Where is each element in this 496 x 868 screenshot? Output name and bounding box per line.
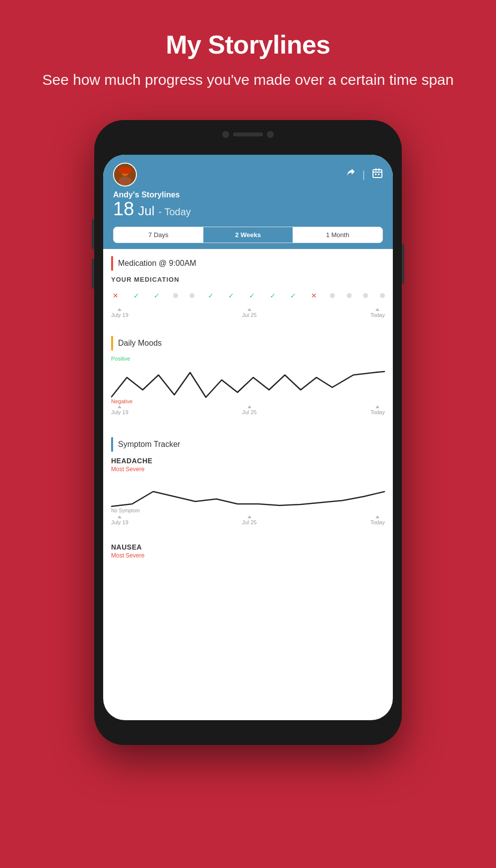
symptom-title: Symptom Tracker — [118, 440, 180, 449]
scrollable-content: Medication @ 9:00AM YOUR MEDICATION ✕ ✓ … — [103, 249, 393, 720]
mood-label-jul25-text: Jul 25 — [242, 409, 256, 415]
medication-card: Medication @ 9:00AM YOUR MEDICATION ✕ ✓ … — [103, 249, 393, 325]
medication-section-label: YOUR MEDICATION — [111, 276, 385, 283]
date-today: - Today — [159, 206, 191, 218]
med-dot-12 — [330, 293, 335, 298]
page-title: My Storylines — [40, 30, 456, 60]
mood-label-july19: July 19 — [111, 405, 128, 415]
user-name: Andy's Storylines — [113, 190, 383, 199]
headache-label-july19: July 19 — [111, 515, 128, 525]
camera-lens — [222, 131, 229, 138]
moods-title: Daily Moods — [118, 339, 162, 348]
headache-arrow-july19 — [118, 515, 122, 518]
phone-mockup: | A — [94, 120, 402, 745]
app-screen: | A — [103, 155, 393, 720]
mood-arrow-jul25 — [248, 405, 251, 408]
moods-card: Daily Moods Positive Negative July 19 — [103, 329, 393, 426]
med-dot-15 — [380, 293, 385, 298]
mood-label-today-text: Today — [371, 409, 385, 415]
svg-point-2 — [119, 177, 131, 186]
label-jul25: Jul 25 — [242, 308, 256, 318]
svg-rect-5 — [375, 168, 376, 171]
phone-screen: | A — [103, 155, 393, 720]
med-dot-1: ✕ — [111, 291, 120, 300]
med-dot-2: ✓ — [132, 291, 141, 300]
moods-card-header: Daily Moods — [111, 336, 385, 351]
user-info: Andy's Storylines 18 Jul - Today — [113, 190, 383, 223]
time-tabs: 7 Days 2 Weeks 1 Month — [113, 227, 383, 243]
headache-name: HEADACHE — [111, 457, 385, 465]
arrow-jul25 — [248, 308, 251, 311]
medication-indicator — [111, 256, 113, 271]
date-month: Jul — [138, 203, 154, 219]
user-date: 18 Jul - Today — [113, 199, 383, 219]
headache-svg — [111, 477, 385, 511]
app-header-top: | — [113, 163, 383, 186]
arrow-july19 — [118, 308, 122, 311]
headache-chart: No Symptom July 19 Jul 25 — [111, 477, 385, 521]
date-day: 18 — [113, 199, 134, 218]
mood-label-today: Today — [371, 405, 385, 415]
med-dot-14 — [363, 293, 368, 298]
tab-2weeks[interactable]: 2 Weeks — [203, 227, 293, 243]
svg-rect-6 — [378, 168, 379, 171]
tab-7days[interactable]: 7 Days — [114, 227, 203, 243]
speaker — [233, 132, 263, 136]
headache-label-today: Today — [371, 515, 385, 525]
mood-svg — [111, 363, 385, 407]
mood-positive-label: Positive — [111, 356, 130, 362]
symptom-indicator — [111, 437, 113, 452]
medication-chart-labels: July 19 Jul 25 Today — [111, 306, 385, 318]
med-dot-6: ✓ — [206, 291, 215, 300]
label-july19-text: July 19 — [111, 312, 128, 318]
mood-label-jul25: Jul 25 — [242, 405, 256, 415]
medication-card-header: Medication @ 9:00AM — [111, 256, 385, 271]
share-icon[interactable] — [345, 168, 356, 182]
avatar[interactable] — [113, 163, 137, 186]
headache-severity: Most Severe — [111, 466, 385, 473]
med-dot-10: ✓ — [289, 291, 298, 300]
headache-no-symptom: No Symptom — [111, 508, 140, 513]
calendar-icon[interactable] — [372, 168, 383, 182]
nausea-section: NAUSEA Most Severe — [103, 536, 393, 566]
headache-label-jul25: Jul 25 — [242, 515, 256, 525]
symptom-card: Symptom Tracker HEADACHE Most Severe No … — [103, 430, 393, 532]
label-jul25-text: Jul 25 — [242, 312, 256, 318]
med-dot-3: ✓ — [152, 291, 161, 300]
avatar-image — [114, 164, 136, 186]
label-today: Today — [371, 308, 385, 318]
mood-label-july19-text: July 19 — [111, 409, 128, 415]
svg-rect-4 — [373, 170, 382, 178]
med-dot-13 — [347, 293, 352, 298]
camera-area — [222, 131, 274, 138]
headache-label-jul25-text: Jul 25 — [242, 519, 256, 525]
medication-dots: ✕ ✓ ✓ ✓ ✓ ✓ ✓ ✓ ✕ — [111, 289, 385, 302]
app-header: | A — [103, 155, 393, 249]
mood-chart: Positive Negative July 19 — [111, 356, 385, 415]
svg-rect-7 — [375, 174, 376, 175]
header-divider: | — [363, 169, 365, 181]
med-dot-9: ✓ — [268, 291, 277, 300]
arrow-today — [375, 308, 379, 311]
med-dot-7: ✓ — [227, 291, 236, 300]
nausea-severity: Most Severe — [111, 552, 385, 559]
side-button-2 — [92, 259, 94, 289]
label-today-text: Today — [371, 312, 385, 318]
page-subtitle: See how much progress you've made over a… — [40, 69, 456, 90]
medication-title: Medication @ 9:00AM — [118, 259, 196, 268]
mood-arrow-today — [375, 405, 379, 408]
med-dot-11: ✕ — [310, 291, 318, 300]
med-dot-8: ✓ — [248, 291, 256, 300]
mood-arrow-july19 — [118, 405, 122, 408]
nausea-name: NAUSEA — [111, 543, 385, 551]
tab-1month[interactable]: 1 Month — [293, 227, 382, 243]
moods-indicator — [111, 336, 113, 351]
headache-label-july19-text: July 19 — [111, 519, 128, 525]
camera-lens-2 — [267, 131, 274, 138]
side-button-right — [402, 244, 404, 284]
mood-chart-labels: July 19 Jul 25 Today — [111, 403, 385, 415]
header-section: My Storylines See how much progress you'… — [0, 0, 496, 110]
headache-arrow-jul25 — [248, 515, 251, 518]
label-july19: July 19 — [111, 308, 128, 318]
symptom-card-header: Symptom Tracker — [111, 437, 385, 452]
